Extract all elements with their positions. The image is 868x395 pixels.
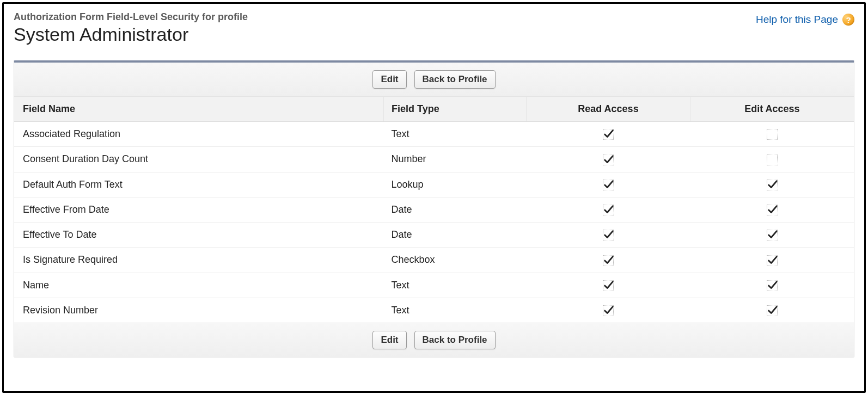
- fls-table: Field Name Field Type Read Access Edit A…: [14, 97, 854, 323]
- button-bar-bottom: Edit Back to Profile: [14, 323, 854, 357]
- field-name-cell: Consent Duration Day Count: [14, 147, 383, 172]
- read-access-checkbox: [603, 129, 614, 140]
- field-type-cell: Date: [383, 197, 526, 222]
- edit-access-checkbox: [767, 230, 778, 240]
- read-access-checkbox: [603, 305, 614, 316]
- edit-access-checkbox: [767, 205, 778, 215]
- page-frame: Authorization Form Field-Level Security …: [2, 2, 866, 393]
- page-subtitle: Authorization Form Field-Level Security …: [14, 11, 248, 23]
- back-to-profile-button[interactable]: Back to Profile: [414, 331, 496, 349]
- table-header-row: Field Name Field Type Read Access Edit A…: [14, 97, 854, 122]
- read-access-checkbox: [603, 230, 614, 240]
- table-row: Revision NumberText: [14, 298, 854, 323]
- field-type-cell: Checkbox: [383, 248, 526, 273]
- field-type-cell: Text: [383, 298, 526, 323]
- table-row: Consent Duration Day CountNumber: [14, 147, 854, 172]
- read-access-checkbox: [603, 205, 614, 215]
- table-row: Is Signature RequiredCheckbox: [14, 248, 854, 273]
- help-link-label: Help for this Page: [756, 14, 838, 26]
- help-icon: ?: [842, 14, 854, 26]
- fls-panel: Edit Back to Profile Field Name Field Ty…: [14, 60, 854, 357]
- edit-access-checkbox: [767, 280, 778, 291]
- edit-access-checkbox: [767, 155, 778, 165]
- col-field-name: Field Name: [14, 97, 383, 122]
- field-name-cell: Effective To Date: [14, 223, 383, 248]
- read-access-checkbox: [603, 280, 614, 291]
- table-row: Effective To DateDate: [14, 223, 854, 248]
- field-name-cell: Effective From Date: [14, 197, 383, 222]
- field-name-cell: Name: [14, 273, 383, 298]
- table-row: Effective From DateDate: [14, 197, 854, 222]
- field-type-cell: Lookup: [383, 172, 526, 197]
- col-field-type: Field Type: [383, 97, 526, 122]
- help-link[interactable]: Help for this Page ?: [756, 14, 854, 26]
- table-row: Associated RegulationText: [14, 122, 854, 147]
- edit-access-checkbox: [767, 180, 778, 190]
- button-bar-top: Edit Back to Profile: [14, 63, 854, 97]
- edit-button[interactable]: Edit: [372, 331, 406, 349]
- col-read-access: Read Access: [527, 97, 690, 122]
- field-name-cell: Associated Regulation: [14, 122, 383, 147]
- read-access-checkbox: [603, 255, 614, 266]
- edit-button[interactable]: Edit: [372, 70, 406, 89]
- field-name-cell: Revision Number: [14, 298, 383, 323]
- table-row: Default Auth Form TextLookup: [14, 172, 854, 197]
- field-name-cell: Default Auth Form Text: [14, 172, 383, 197]
- field-type-cell: Text: [383, 122, 526, 147]
- field-type-cell: Number: [383, 147, 526, 172]
- page-header: Authorization Form Field-Level Security …: [14, 11, 854, 45]
- edit-access-checkbox: [767, 255, 778, 266]
- field-type-cell: Date: [383, 223, 526, 248]
- field-name-cell: Is Signature Required: [14, 248, 383, 273]
- field-type-cell: Text: [383, 273, 526, 298]
- page-title: System Administrator: [14, 24, 248, 45]
- edit-access-checkbox: [767, 129, 778, 140]
- edit-access-checkbox: [767, 305, 778, 316]
- back-to-profile-button[interactable]: Back to Profile: [414, 70, 496, 89]
- read-access-checkbox: [603, 155, 614, 165]
- table-row: NameText: [14, 273, 854, 298]
- read-access-checkbox: [603, 180, 614, 190]
- header-titles: Authorization Form Field-Level Security …: [14, 11, 248, 45]
- col-edit-access: Edit Access: [690, 97, 854, 122]
